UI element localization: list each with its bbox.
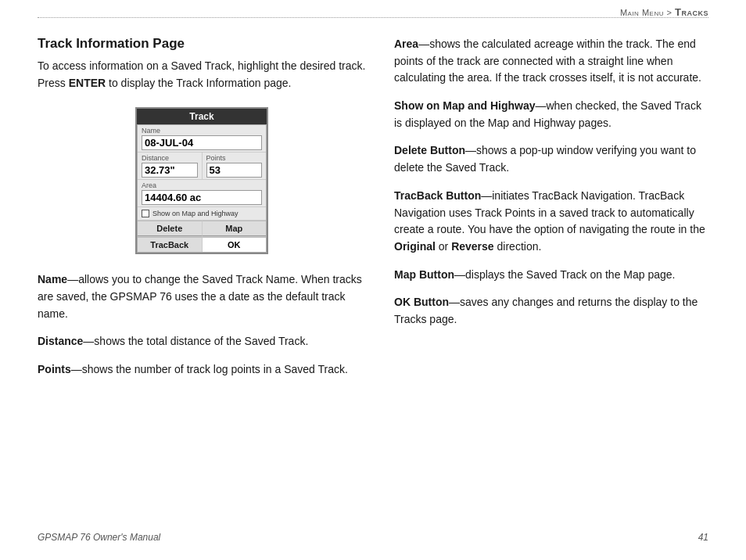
para-show: Show on Map and Highway—when checked, th… (394, 98, 708, 131)
term-delete: Delete Button (394, 144, 465, 156)
para-map-text: —displays the Saved Track on the Map pag… (454, 268, 676, 281)
para-map: Map Button—displays the Saved Track on t… (394, 267, 708, 284)
para-area: Area—shows the calculated acreage within… (394, 36, 708, 87)
breadcrumb-current: Tracks (675, 6, 708, 18)
intro-text: To access information on a Saved Track, … (38, 58, 366, 92)
left-column: Track Information Page To access informa… (38, 36, 366, 389)
term-tracback: TracBack Button (394, 189, 481, 202)
device-mockup: Track Name 08-JUL-04 Distance 32.73" (135, 107, 268, 254)
device-tracback-btn[interactable]: TracBack (138, 237, 203, 252)
device-tracback-ok-row: TracBack OK (138, 237, 266, 252)
para-points: Points—shows the number of track log poi… (38, 361, 366, 379)
device-delete-map-row: Delete Map (138, 221, 266, 237)
footer-left: GPSMAP 76 Owner's Manual (38, 532, 160, 543)
main-content: Track Information Page To access informa… (38, 36, 708, 389)
para-delete: Delete Button—shows a pop-up window veri… (394, 142, 708, 176)
page-footer: GPSMAP 76 Owner's Manual 41 (38, 532, 708, 543)
device-distance-field: Distance 32.73" (138, 153, 203, 179)
device-distance-label: Distance (142, 154, 198, 162)
page-container: Main Menu > Tracks Track Information Pag… (0, 0, 746, 560)
device-points-value: 53 (206, 163, 263, 178)
para-area-text: —shows the calculated acreage within the… (394, 38, 701, 84)
term-name: Name (38, 273, 67, 285)
header-breadcrumb: Main Menu > Tracks (620, 6, 708, 18)
section-title: Track Information Page (38, 36, 366, 52)
para-ok: OK Button—saves any changes and returns … (394, 294, 708, 328)
top-border (38, 17, 708, 18)
tracback-end: direction. (497, 240, 542, 253)
device-ok-btn[interactable]: OK (203, 237, 267, 252)
tracback-bold1: Original (394, 240, 436, 253)
enter-bold: ENTER (69, 77, 106, 89)
device-delete-btn[interactable]: Delete (138, 221, 203, 236)
device-checkbox-label: Show on Map and Highway (152, 210, 239, 217)
device-name-label: Name (142, 127, 262, 135)
footer-right: 41 (698, 532, 708, 543)
para-name: Name—allows you to change the Saved Trac… (38, 271, 366, 322)
device-dist-points-row: Distance 32.73" Points 53 (138, 153, 266, 180)
para-name-text: —allows you to change the Saved Track Na… (38, 273, 362, 319)
device-distance-value: 32.73" (142, 163, 198, 178)
term-area: Area (394, 38, 418, 50)
device-points-label: Points (206, 154, 263, 162)
breadcrumb-main: Main Menu (620, 8, 664, 17)
para-tracback: TracBack Button—initiates TracBack Navig… (394, 188, 708, 256)
para-distance: Distance—shows the total distance of the… (38, 333, 366, 350)
term-distance: Distance (38, 335, 83, 347)
term-show: Show on Map and Highway (394, 99, 535, 112)
device-name-value: 08-JUL-04 (142, 135, 262, 150)
tracback-bold2: Reverse (451, 240, 494, 253)
device-points-field: Points 53 (203, 153, 267, 179)
term-map: Map Button (394, 268, 454, 281)
device-body: Name 08-JUL-04 Distance 32.73" Points 53 (137, 124, 267, 253)
term-ok: OK Button (394, 296, 449, 308)
para-points-text: —shows the number of track log points in… (71, 363, 348, 375)
device-checkbox (142, 210, 149, 217)
device-checkbox-row: Show on Map and Highway (138, 207, 266, 221)
right-column: Area—shows the calculated acreage within… (394, 36, 708, 389)
device-area-field: Area 14404.60 ac (138, 180, 266, 207)
device-name-field: Name 08-JUL-04 (138, 125, 266, 153)
device-area-label: Area (142, 181, 262, 189)
device-area-value: 14404.60 ac (142, 190, 262, 205)
breadcrumb-separator: > (664, 8, 675, 17)
device-map-btn[interactable]: Map (203, 221, 267, 236)
para-distance-text: —shows the total distance of the Saved T… (83, 335, 308, 347)
device-title: Track (137, 109, 267, 124)
tracback-or: or (439, 240, 448, 253)
term-points: Points (38, 363, 71, 375)
